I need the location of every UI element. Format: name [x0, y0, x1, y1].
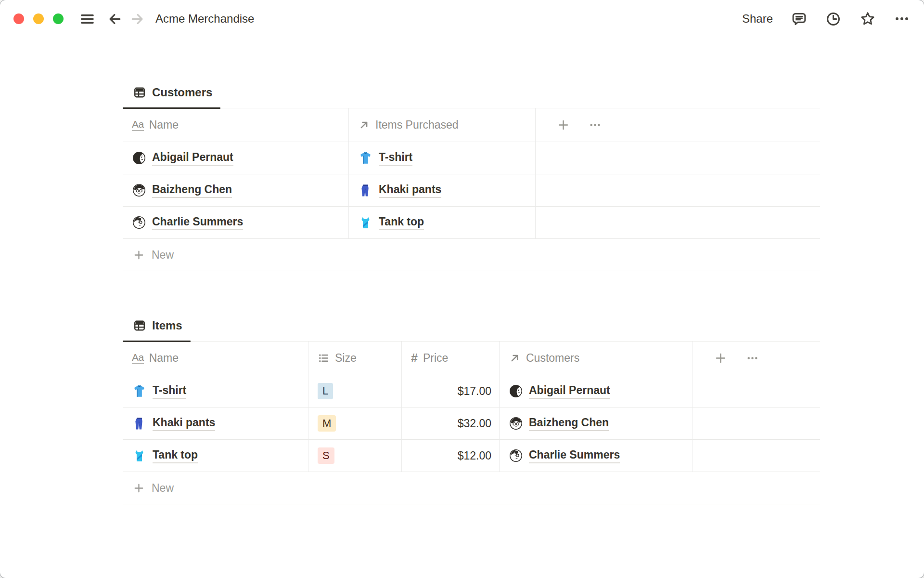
table-row: Tank top S $12.00 Charlie Summers: [123, 440, 820, 472]
customers-cell[interactable]: Abigail Pernaut: [500, 375, 693, 407]
relation-link[interactable]: Abigail Pernaut: [529, 383, 610, 399]
minimize-window-button[interactable]: [33, 13, 44, 24]
view-tab-label: Customers: [152, 86, 212, 99]
customers-cell[interactable]: Charlie Summers: [500, 440, 693, 472]
relation-link[interactable]: Baizheng Chen: [529, 416, 609, 432]
forward-icon[interactable]: [130, 12, 145, 26]
page-link[interactable]: Baizheng Chen: [152, 183, 232, 198]
column-header-customers[interactable]: Customers: [500, 342, 693, 375]
column-header-label: Customers: [526, 352, 579, 365]
relation-property-icon: [509, 352, 521, 364]
new-row-label: New: [152, 482, 174, 495]
share-button[interactable]: Share: [742, 12, 773, 26]
new-row-button[interactable]: New: [123, 472, 820, 504]
page-link[interactable]: Khaki pants: [153, 416, 215, 432]
add-column-icon[interactable]: [714, 352, 727, 365]
column-header-label: Name: [149, 352, 179, 365]
name-cell[interactable]: Tank top: [123, 440, 308, 472]
items-table-header: Aa Name Size # Price Customers: [123, 342, 820, 375]
page-link[interactable]: Tank top: [153, 448, 198, 464]
title-bar: Acme Merchandise Share: [0, 0, 924, 38]
topbar-actions: Share: [742, 11, 910, 27]
table-options-icon[interactable]: [589, 119, 601, 131]
sidebar-toggle-icon[interactable]: [80, 12, 95, 26]
size-badge: M: [318, 415, 336, 432]
table-row: Abigail Pernaut T-shirt: [123, 142, 820, 174]
size-badge: L: [318, 383, 333, 400]
size-cell[interactable]: L: [308, 375, 402, 407]
empty-cell: [693, 440, 820, 472]
column-header-name[interactable]: Aa Name: [123, 342, 308, 375]
page-title: Acme Merchandise: [155, 12, 254, 26]
column-header-price[interactable]: # Price: [402, 342, 500, 375]
size-cell[interactable]: S: [308, 440, 402, 472]
empty-cell: [536, 207, 820, 239]
updates-clock-icon[interactable]: [825, 11, 841, 27]
more-options-icon[interactable]: [894, 11, 910, 26]
items-view-tabs: Items: [123, 310, 820, 342]
column-header-label: Name: [149, 118, 179, 131]
tab-customers-table-view[interactable]: Customers: [123, 77, 220, 108]
items-purchased-cell[interactable]: T-shirt: [349, 142, 536, 174]
customers-header-actions: [536, 108, 820, 142]
page-link[interactable]: Abigail Pernaut: [152, 150, 233, 166]
price-value: $17.00: [411, 385, 491, 398]
customers-cell[interactable]: Baizheng Chen: [500, 407, 693, 440]
relation-link[interactable]: Charlie Summers: [529, 448, 620, 464]
tank-top-icon: [132, 448, 147, 463]
price-cell[interactable]: $32.00: [402, 407, 500, 440]
column-header-label: Price: [423, 352, 448, 365]
plus-icon: [133, 482, 145, 494]
avatar: [509, 448, 523, 463]
column-header-items-purchased[interactable]: Items Purchased: [349, 108, 536, 142]
plus-icon: [133, 249, 145, 261]
view-tab-label: Items: [152, 319, 182, 332]
back-icon[interactable]: [107, 12, 122, 26]
price-value: $32.00: [411, 417, 491, 430]
items-purchased-cell[interactable]: Tank top: [349, 207, 536, 239]
tshirt-icon: [358, 151, 373, 166]
size-cell[interactable]: M: [308, 407, 402, 440]
table-options-icon[interactable]: [746, 352, 758, 364]
table-view-icon: [133, 86, 146, 99]
close-window-button[interactable]: [13, 13, 24, 24]
comments-icon[interactable]: [791, 11, 807, 27]
items-purchased-cell[interactable]: Khaki pants: [349, 174, 536, 207]
customers-table-header: Aa Name Items Purchased: [123, 108, 820, 142]
avatar: [509, 416, 523, 431]
name-cell[interactable]: Baizheng Chen: [123, 174, 349, 207]
column-header-size[interactable]: Size: [308, 342, 402, 375]
column-header-name[interactable]: Aa Name: [123, 108, 349, 142]
table-row: Khaki pants M $32.00 Baizheng Chen: [123, 407, 820, 440]
khaki-pants-icon: [358, 183, 373, 198]
favorite-star-icon[interactable]: [860, 11, 876, 27]
relation-link[interactable]: Tank top: [379, 215, 424, 231]
text-property-icon: Aa: [132, 119, 144, 131]
name-cell[interactable]: Charlie Summers: [123, 207, 349, 239]
price-cell[interactable]: $17.00: [402, 375, 500, 407]
relation-link[interactable]: T-shirt: [379, 150, 412, 166]
empty-cell: [536, 174, 820, 207]
relation-link[interactable]: Khaki pants: [379, 183, 441, 198]
tank-top-icon: [358, 215, 373, 230]
name-cell[interactable]: T-shirt: [123, 375, 308, 407]
table-row: Charlie Summers Tank top: [123, 207, 820, 239]
zoom-window-button[interactable]: [53, 13, 64, 24]
tab-items-table-view[interactable]: Items: [123, 310, 191, 341]
column-header-label: Items Purchased: [375, 118, 459, 131]
page-link[interactable]: T-shirt: [153, 383, 186, 399]
name-cell[interactable]: Abigail Pernaut: [123, 142, 349, 174]
name-cell[interactable]: Khaki pants: [123, 407, 308, 440]
avatar: [509, 384, 523, 398]
relation-property-icon: [358, 119, 370, 131]
empty-cell: [693, 375, 820, 407]
price-cell[interactable]: $12.00: [402, 440, 500, 472]
table-row: T-shirt L $17.00 Abigail Pernaut: [123, 375, 820, 407]
items-header-actions: [693, 342, 820, 375]
text-property-icon: Aa: [132, 352, 144, 364]
add-column-icon[interactable]: [557, 118, 570, 131]
page-link[interactable]: Charlie Summers: [152, 215, 243, 231]
new-row-button[interactable]: New: [123, 239, 820, 271]
customers-view-tabs: Customers: [123, 77, 820, 108]
column-header-label: Size: [335, 352, 357, 365]
